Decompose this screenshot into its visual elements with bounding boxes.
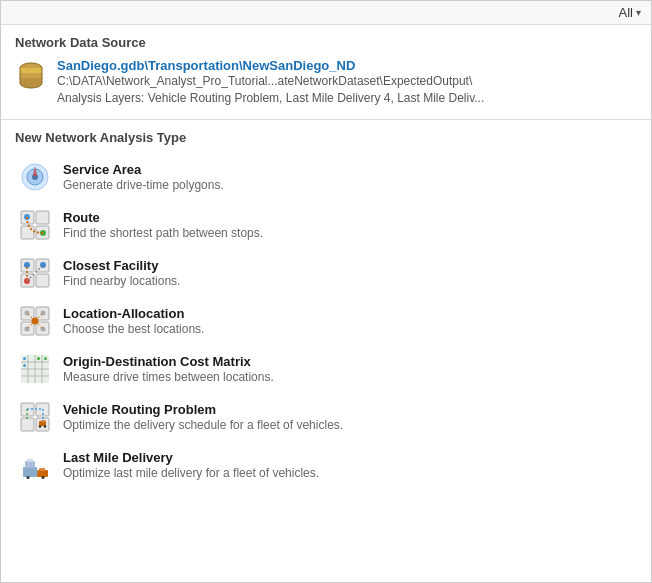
svg-point-33 [23,357,26,360]
od-cost-matrix-name: Origin-Destination Cost Matrix [63,354,274,369]
svg-rect-50 [25,461,35,468]
analysis-layers: Analysis Layers: Vehicle Routing Problem… [57,90,484,107]
route-desc: Find the shortest path between stops. [63,226,263,240]
route-icon [19,209,51,241]
svg-point-49 [42,476,45,479]
all-dropdown[interactable]: All ▾ [619,5,641,20]
route-item[interactable]: Route Find the shortest path between sto… [15,201,637,249]
service-area-name: Service Area [63,162,224,177]
top-bar: All ▾ [1,1,651,25]
chevron-down-icon: ▾ [636,7,641,18]
source-name: SanDiego.gdb\Transportation\NewSanDiego_… [57,58,484,73]
analysis-list: Service Area Generate drive-time polygon… [15,153,637,489]
last-mile-text: Last Mile Delivery Optimize last mile de… [63,450,319,480]
source-path: C:\DATA\Network_Analyst_Pro_Tutorial...a… [57,73,484,90]
svg-point-44 [44,425,47,428]
svg-rect-5 [36,211,49,224]
svg-point-34 [23,364,26,367]
service-area-text: Service Area Generate drive-time polygon… [63,162,224,192]
od-cost-matrix-icon [19,353,51,385]
vehicle-routing-text: Vehicle Routing Problem Optimize the del… [63,402,343,432]
vehicle-routing-name: Vehicle Routing Problem [63,402,343,417]
route-name: Route [63,210,263,225]
location-allocation-item[interactable]: Location-Allocation Choose the best loca… [15,297,637,345]
svg-rect-39 [21,418,34,431]
closest-facility-icon [19,257,51,289]
svg-point-36 [44,357,47,360]
vehicle-routing-icon [19,401,51,433]
last-mile-desc: Optimize last mile delivery for a fleet … [63,466,319,480]
location-allocation-text: Location-Allocation Choose the best loca… [63,306,204,336]
route-text: Route Find the shortest path between sto… [63,210,263,240]
od-cost-matrix-text: Origin-Destination Cost Matrix Measure d… [63,354,274,384]
vehicle-routing-item[interactable]: Vehicle Routing Problem Optimize the del… [15,393,637,441]
svg-rect-51 [27,459,33,462]
svg-point-43 [39,425,42,428]
vehicle-routing-desc: Optimize the delivery schedule for a fle… [63,418,343,432]
closest-facility-text: Closest Facility Find nearby locations. [63,258,180,288]
network-source-row: SanDiego.gdb\Transportation\NewSanDiego_… [15,58,637,107]
service-area-desc: Generate drive-time polygons. [63,178,224,192]
location-allocation-name: Location-Allocation [63,306,204,321]
location-allocation-icon [19,305,51,337]
svg-rect-47 [39,468,45,471]
service-area-icon [19,161,51,193]
location-allocation-desc: Choose the best locations. [63,322,204,336]
svg-rect-46 [37,470,48,477]
network-source-text: SanDiego.gdb\Transportation\NewSanDiego_… [57,58,484,107]
svg-rect-45 [23,467,37,477]
all-label: All [619,5,633,20]
svg-point-48 [27,476,30,479]
last-mile-item[interactable]: Last Mile Delivery Optimize last mile de… [15,441,637,489]
analysis-section-title: New Network Analysis Type [15,130,637,145]
closest-facility-name: Closest Facility [63,258,180,273]
svg-rect-13 [36,274,49,287]
service-area-item[interactable]: Service Area Generate drive-time polygon… [15,153,637,201]
closest-facility-desc: Find nearby locations. [63,274,180,288]
svg-rect-42 [41,420,45,422]
network-section-title: Network Data Source [15,35,637,50]
last-mile-icon [19,449,51,481]
closest-facility-item[interactable]: Closest Facility Find nearby locations. [15,249,637,297]
network-data-source-section: Network Data Source SanDiego.gdb\Transpo… [1,25,651,120]
od-cost-matrix-desc: Measure drive times between locations. [63,370,274,384]
od-cost-matrix-item[interactable]: Origin-Destination Cost Matrix Measure d… [15,345,637,393]
svg-rect-6 [21,226,34,239]
database-icon [15,60,47,92]
last-mile-name: Last Mile Delivery [63,450,319,465]
new-network-analysis-section: New Network Analysis Type Service Area G… [1,120,651,501]
svg-point-35 [37,357,40,360]
